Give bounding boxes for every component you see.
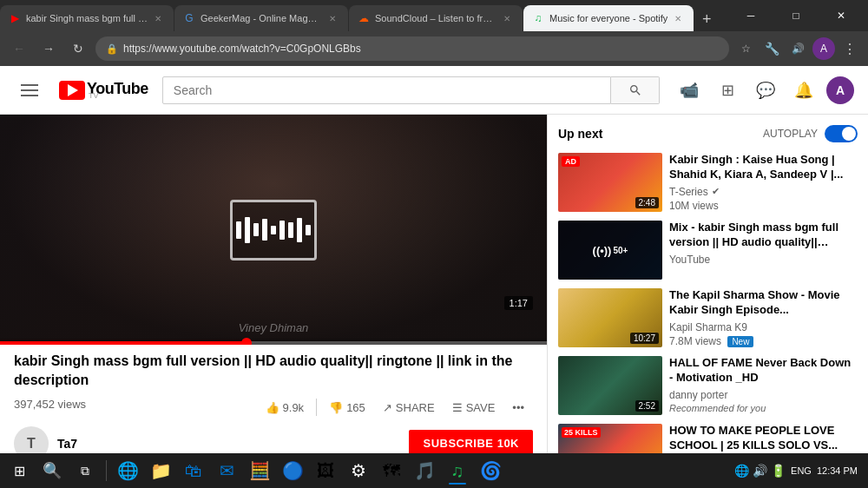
taskbar-settings[interactable]: ⚙: [343, 455, 374, 486]
taskbar-music[interactable]: 🎵: [409, 455, 440, 486]
profile-button[interactable]: A: [812, 37, 835, 60]
bookmark-star-button[interactable]: ☆: [734, 37, 757, 60]
tab-favicon-youtube: ▶: [9, 12, 21, 24]
taskbar-calculator[interactable]: 🧮: [244, 455, 275, 486]
svg-rect-2: [21, 95, 38, 96]
new-tab-button[interactable]: +: [694, 7, 719, 31]
card-channel-3: danny porter: [669, 389, 858, 401]
video-timer-badge: 1:17: [504, 296, 533, 310]
thumbnail-2: 10:27: [558, 288, 662, 347]
address-actions: ☆ 🔧 🔊 A ⋮: [734, 37, 861, 60]
task-view-button[interactable]: ⧉: [69, 455, 101, 486]
recommendation-card-1[interactable]: ((•)) 50+ Mix - kabir Singh mass bgm ful…: [558, 221, 858, 280]
card-title-0: Kabir Singh : Kaise Hua Song | Shahid K,…: [669, 153, 858, 182]
battery-icon: 🔋: [771, 464, 786, 478]
thumbs-down-icon: 👎: [329, 401, 343, 414]
youtube-play-triangle: [68, 84, 78, 96]
like-button[interactable]: 👍 9.9k: [257, 396, 313, 419]
taskbar-file-explorer[interactable]: 📁: [145, 455, 176, 486]
verified-icon-0: ✔: [712, 186, 720, 197]
card-views-3: Recommended for you: [669, 403, 858, 413]
video-actions: 👍 9.9k 👎 165 ↗ SHARE ☰: [257, 396, 533, 419]
youtube-logo[interactable]: YouTube TV: [59, 80, 148, 100]
close-button[interactable]: ✕: [821, 3, 861, 29]
ad-badge-0: AD: [562, 156, 580, 167]
tab-close-geekermag[interactable]: ✕: [326, 11, 339, 25]
forward-button[interactable]: →: [36, 36, 61, 61]
taskbar-store[interactable]: 🛍: [178, 455, 209, 486]
more-options-button[interactable]: •••: [503, 396, 533, 419]
taskbar-system-icons: 🌐 🔊 🔋: [734, 464, 786, 478]
share-label: SHARE: [396, 401, 435, 414]
notifications-button[interactable]: 🔔: [788, 75, 819, 106]
menu-button[interactable]: ⋮: [838, 37, 861, 60]
search-taskbar-button[interactable]: 🔍: [36, 455, 68, 486]
bar-2: [245, 217, 250, 243]
taskbar-maps[interactable]: 🗺: [376, 455, 407, 486]
card-title-2: The Kapil Sharma Show - Movie Kabir Sing…: [669, 288, 858, 318]
search-box[interactable]: [162, 76, 611, 104]
start-button[interactable]: ⊞: [3, 455, 35, 486]
apps-grid-button[interactable]: ⊞: [712, 75, 743, 106]
autoplay-toggle[interactable]: [825, 125, 858, 142]
create-video-button[interactable]: 📹: [674, 75, 705, 106]
tab-title-soundcloud: SoundCloud – Listen to free mu...: [375, 13, 496, 23]
tab-title-geekermag: GeekerMag - Online Magazine f...: [201, 13, 322, 23]
dislike-button[interactable]: 👎 165: [320, 396, 374, 419]
video-meta-row: 397,452 views 👍 9.9k 👎 165 ↗: [14, 396, 533, 419]
tab-close-youtube[interactable]: ✕: [151, 11, 165, 25]
volume-button[interactable]: 🔊: [786, 37, 809, 60]
card-info-2: The Kapil Sharma Show - Movie Kabir Sing…: [669, 288, 858, 347]
save-button[interactable]: ☰ SAVE: [444, 396, 504, 419]
search-input[interactable]: [174, 83, 600, 97]
recommendation-card-3[interactable]: 2:52 HALL OF FAME Never Back Down - Moti…: [558, 356, 858, 415]
taskbar-photos[interactable]: 🖼: [310, 455, 341, 486]
address-bar[interactable]: 🔒 https://www.youtube.com/watch?v=C0GpON…: [95, 36, 729, 61]
taskbar-chrome-2[interactable]: 🌀: [475, 455, 506, 486]
tab-close-spotify[interactable]: ✕: [671, 11, 685, 25]
back-button[interactable]: ←: [7, 36, 31, 61]
bar-5: [271, 226, 276, 234]
video-info: kabir Singh mass bgm full version || HD …: [0, 345, 547, 468]
tab-spotify[interactable]: ♫ Music for everyone - Spotify ✕: [523, 5, 694, 31]
hamburger-menu-button[interactable]: [14, 75, 45, 106]
sound-icon[interactable]: 🔊: [753, 464, 767, 478]
video-player[interactable]: Viney Dhiman 1:17: [0, 115, 547, 345]
window-controls: ─ □ ✕: [724, 0, 868, 31]
up-next-sidebar: Up next AUTOPLAY AD 2:48 Kabir Singh : K…: [547, 115, 868, 488]
taskbar-mail[interactable]: ✉: [211, 455, 242, 486]
network-icon[interactable]: 🌐: [734, 464, 749, 478]
save-icon: ☰: [452, 401, 463, 414]
extensions-button[interactable]: 🔧: [760, 37, 783, 60]
tab-soundcloud[interactable]: ☁ SoundCloud – Listen to free mu... ✕: [349, 5, 523, 31]
video-progress-bar[interactable]: [0, 341, 547, 345]
youtube-page: YouTube TV 📹 ⊞ 💬 🔔 A: [0, 66, 868, 488]
share-button[interactable]: ↗ SHARE: [374, 396, 444, 419]
user-avatar[interactable]: A: [826, 76, 854, 104]
card-views-2: 7.8M views New: [669, 335, 858, 347]
tab-youtube[interactable]: ▶ kabir Singh mass bgm full v... ✕: [0, 5, 174, 31]
taskbar-spotify[interactable]: ♫: [442, 455, 473, 486]
messages-button[interactable]: 💬: [750, 75, 781, 106]
card-title-4: HOW TO MAKE PEOPLE LOVE SCHOOL | 25 KILL…: [669, 424, 858, 453]
tab-title-spotify: Music for everyone - Spotify: [549, 13, 667, 23]
recommendation-card-2[interactable]: 10:27 The Kapil Sharma Show - Movie Kabi…: [558, 288, 858, 347]
video-title: kabir Singh mass bgm full version || HD …: [14, 352, 533, 391]
bar-4: [262, 219, 267, 241]
maximize-button[interactable]: □: [776, 3, 816, 29]
card-title-1: Mix - kabir Singh mass bgm full version …: [669, 221, 858, 250]
taskbar-edge[interactable]: 🌐: [112, 455, 143, 486]
taskbar-chrome[interactable]: 🔵: [277, 455, 308, 486]
thumbnail-3: 2:52: [558, 356, 662, 415]
refresh-button[interactable]: ↻: [66, 36, 90, 61]
youtube-header: YouTube TV 📹 ⊞ 💬 🔔 A: [0, 66, 868, 115]
tab-close-soundcloud[interactable]: ✕: [500, 11, 514, 25]
recommendation-card-0[interactable]: AD 2:48 Kabir Singh : Kaise Hua Song | S…: [558, 153, 858, 212]
like-dislike-separator: [316, 399, 317, 416]
svg-rect-1: [21, 89, 38, 91]
search-container: [162, 76, 660, 104]
tab-geekermag[interactable]: G GeekerMag - Online Magazine f... ✕: [174, 5, 348, 31]
video-progress-dot: [241, 338, 252, 345]
minimize-button[interactable]: ─: [731, 3, 771, 29]
search-button[interactable]: [611, 76, 660, 104]
